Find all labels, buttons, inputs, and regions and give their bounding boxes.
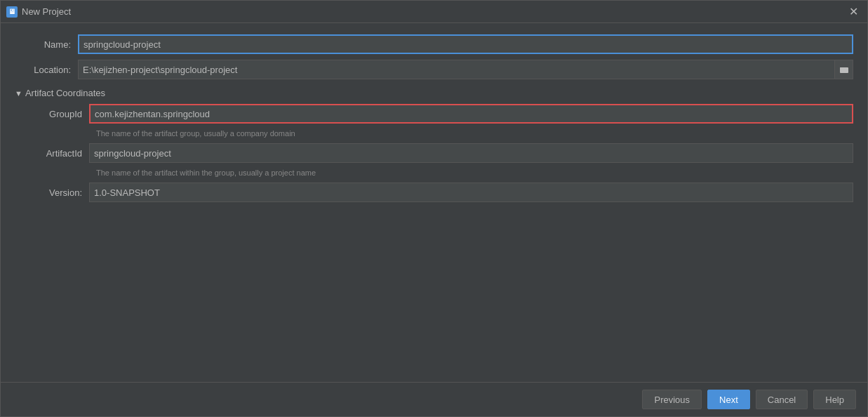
section-collapse-toggle[interactable]: ▼ bbox=[15, 89, 22, 98]
name-row: Name: bbox=[15, 34, 853, 54]
groupid-label: GroupId bbox=[26, 109, 89, 119]
dialog-footer: Previous Next Cancel Help bbox=[1, 382, 867, 416]
version-row: Version: bbox=[26, 183, 853, 202]
version-label: Version: bbox=[26, 187, 89, 198]
next-button[interactable]: Next bbox=[707, 390, 750, 409]
name-input[interactable] bbox=[78, 34, 853, 54]
artifact-section-content: GroupId The name of the artifact group, … bbox=[15, 104, 853, 202]
location-browse-button[interactable] bbox=[835, 60, 853, 79]
location-row: Location: bbox=[15, 60, 853, 79]
groupid-row: GroupId bbox=[26, 104, 853, 124]
location-input-group bbox=[78, 60, 853, 79]
artifact-section-header: ▼ Artifact Coordinates bbox=[15, 88, 853, 98]
new-project-dialog: 🖥 New Project ✕ Name: Location: bbox=[0, 0, 868, 417]
version-input[interactable] bbox=[89, 183, 853, 202]
section-title: Artifact Coordinates bbox=[25, 88, 105, 98]
groupid-input[interactable] bbox=[89, 104, 853, 124]
dialog-content: Name: Location: ▼ Artifact Coordinates bbox=[1, 23, 867, 382]
artifactid-label: ArtifactId bbox=[26, 148, 89, 159]
name-label: Name: bbox=[15, 39, 78, 50]
location-label: Location: bbox=[15, 65, 78, 75]
previous-button[interactable]: Previous bbox=[642, 390, 702, 409]
dialog-title: New Project bbox=[22, 6, 845, 17]
artifactid-input[interactable] bbox=[89, 143, 853, 163]
groupid-hint: The name of the artifact group, usually … bbox=[26, 129, 853, 138]
help-button[interactable]: Help bbox=[813, 390, 856, 409]
close-button[interactable]: ✕ bbox=[845, 4, 862, 20]
artifactid-hint: The name of the artifact within the grou… bbox=[26, 168, 853, 177]
location-input[interactable] bbox=[78, 60, 835, 79]
artifactid-row: ArtifactId bbox=[26, 143, 853, 163]
title-bar: 🖥 New Project ✕ bbox=[1, 1, 867, 23]
cancel-button[interactable]: Cancel bbox=[756, 390, 808, 409]
folder-icon bbox=[839, 65, 849, 74]
dialog-icon: 🖥 bbox=[6, 6, 18, 18]
svg-rect-1 bbox=[840, 67, 843, 69]
